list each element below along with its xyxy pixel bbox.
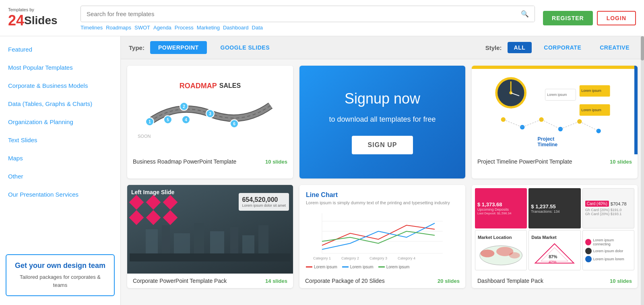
card-linechart-info: Corporate Package of 20 Slides 20 slides <box>299 274 465 288</box>
sidebar-item-corporate-business[interactable]: Corporate & Business Models <box>0 77 120 95</box>
card-timeline-title: Project Timeline PowerPoint Template <box>477 158 572 165</box>
svg-text:3: 3 <box>209 112 211 116</box>
svg-point-16 <box>501 117 505 122</box>
sidebar-item-featured[interactable]: Featured <box>0 40 120 58</box>
tag-swot[interactable]: SWOT <box>134 25 150 31</box>
sidebar-promo[interactable]: Get your own design team Tailored packag… <box>6 254 115 296</box>
type-powerpoint-button[interactable]: POWERPOINT <box>150 41 207 54</box>
main-content: Type: POWERPOINT GOOGLE SLIDES Style: AL… <box>121 36 644 305</box>
sidebar-item-text[interactable]: Text Slides <box>0 131 120 149</box>
header: Templates by 24 Slides 🔍 Timelines Roadm… <box>0 0 644 36</box>
svg-line-22 <box>503 120 522 127</box>
svg-point-17 <box>520 125 524 129</box>
type-label: Type: <box>129 44 144 51</box>
layout: Featured Most Popular Templates Corporat… <box>0 36 644 305</box>
card-dashboard[interactable]: $ 1,373.68 Upcoming Deposits Last Deposi… <box>472 185 638 288</box>
card-corporate[interactable]: Left Image Slide 654,520,000 Lorem ipsum… <box>127 185 293 288</box>
db-card-6: Lorem ipsum connecting Lorem ipsum dolor… <box>582 230 634 270</box>
card-roadmap-slides: 10 slides <box>265 159 287 165</box>
sidebar-item-services[interactable]: Our Presentation Services <box>0 185 120 203</box>
search-bar: 🔍 <box>80 6 535 22</box>
svg-text:42%: 42% <box>549 259 557 264</box>
svg-text:Category 4: Category 4 <box>398 256 415 260</box>
svg-text:2: 2 <box>183 104 185 109</box>
scrollbar-thumb[interactable] <box>641 36 644 60</box>
svg-text:Category 2: Category 2 <box>341 256 359 260</box>
card-corporate-thumb: Left Image Slide 654,520,000 Lorem ipsum… <box>127 185 293 274</box>
db-card-4: Market Location <box>475 230 527 270</box>
svg-text:Timeline: Timeline <box>537 142 557 146</box>
card-timeline-info: Project Timeline PowerPoint Template 10 … <box>472 154 638 169</box>
search-tags: Timelines Roadmaps SWOT Agenda Process M… <box>80 25 535 31</box>
svg-text:1: 1 <box>149 120 151 124</box>
svg-text:Category 3: Category 3 <box>369 256 387 260</box>
style-creative-button[interactable]: CREATIVE <box>593 42 636 53</box>
sidebar-nav: Featured Most Popular Templates Corporat… <box>0 40 120 249</box>
style-corporate-button[interactable]: CORPORATE <box>537 42 588 53</box>
tag-dashboard[interactable]: Dashboard <box>223 25 249 31</box>
card-linechart[interactable]: Line Chart Lorem ipsum is simply dummy t… <box>299 185 465 288</box>
sidebar-item-popular[interactable]: Most Popular Templates <box>0 58 120 77</box>
tag-process[interactable]: Process <box>175 25 194 31</box>
card-dashboard-slides: 10 slides <box>610 278 632 284</box>
promo-desc: Tailored packages for corporates & teams <box>13 273 107 289</box>
svg-text:5: 5 <box>167 118 169 122</box>
svg-point-54 <box>481 249 495 257</box>
card-linechart-thumb: Line Chart Lorem ipsum is simply dummy t… <box>299 185 465 274</box>
search-container: 🔍 Timelines Roadmaps SWOT Agenda Process… <box>80 6 535 31</box>
card-corporate-title: Corporate PowerPoint Template Pack <box>133 278 227 284</box>
db-card-2: $ 1,237.55 Transactions: 134 <box>528 188 580 228</box>
card-dashboard-title: Dashboard Template Pack <box>477 278 543 284</box>
signup-title: Signup now <box>345 90 420 107</box>
card-dashboard-info: Dashboard Template Pack 10 slides <box>472 274 638 288</box>
scrollbar-track <box>641 36 644 305</box>
card-corporate-info: Corporate PowerPoint Template Pack 14 sl… <box>127 274 293 288</box>
card-timeline-slides: 10 slides <box>610 159 632 165</box>
logo-brand: Slides <box>24 14 57 27</box>
db-card-3: Card (40%) $704.78 Gh Card (20%) $191.0 … <box>582 188 634 228</box>
login-button[interactable]: LOGIN <box>597 11 636 25</box>
svg-line-23 <box>522 120 541 127</box>
tag-timelines[interactable]: Timelines <box>80 25 103 31</box>
tag-agenda[interactable]: Agenda <box>153 25 171 31</box>
tag-roadmaps[interactable]: Roadmaps <box>106 25 131 31</box>
search-input[interactable] <box>81 6 515 21</box>
card-signup[interactable]: Signup now to download all templates for… <box>299 66 465 178</box>
signup-subtitle: to download all templates for free <box>329 115 436 124</box>
type-googleslides-button[interactable]: GOOGLE SLIDES <box>213 41 278 54</box>
db-card-5: Data Market 87% 42% <box>528 230 580 270</box>
signup-button[interactable]: SIGN UP <box>352 136 413 154</box>
template-grid: ROADMAP SALES 1 2 <box>121 59 644 295</box>
tag-data[interactable]: Data <box>252 25 263 31</box>
sidebar-item-maps[interactable]: Maps <box>0 149 120 167</box>
register-button[interactable]: REGISTER <box>543 11 593 25</box>
search-button[interactable]: 🔍 <box>515 6 535 22</box>
svg-line-24 <box>541 120 560 129</box>
filter-type: Type: POWERPOINT GOOGLE SLIDES <box>129 41 278 54</box>
svg-line-26 <box>580 121 599 131</box>
promo-title: Get your own design team <box>13 261 107 270</box>
svg-text:Lorem ipsum: Lorem ipsum <box>581 108 601 112</box>
svg-text:Lorem ipsum: Lorem ipsum <box>581 89 601 93</box>
filter-style: Style: ALL CORPORATE CREATIVE <box>485 42 636 53</box>
svg-text:4: 4 <box>185 118 187 122</box>
style-all-button[interactable]: ALL <box>508 42 532 53</box>
svg-text:Category 1: Category 1 <box>313 256 331 260</box>
card-roadmap-info: Business Roadmap PowerPoint Template 10 … <box>127 154 293 169</box>
svg-text:87%: 87% <box>549 254 558 259</box>
filter-bar: Type: POWERPOINT GOOGLE SLIDES Style: AL… <box>121 36 644 59</box>
card-linechart-slides: 20 slides <box>438 278 460 284</box>
logo[interactable]: Templates by 24 Slides <box>8 7 72 29</box>
card-timeline-thumb: Project Timeline Lorem ipsum Lorem ipsum… <box>472 66 638 154</box>
svg-rect-43 <box>130 253 291 261</box>
tag-marketing[interactable]: Marketing <box>197 25 220 31</box>
svg-text:Lorem ipsum: Lorem ipsum <box>547 93 567 97</box>
sidebar-item-data[interactable]: Data (Tables, Graphs & Charts) <box>0 95 120 113</box>
card-timeline[interactable]: Project Timeline Lorem ipsum Lorem ipsum… <box>472 66 638 178</box>
sidebar-item-organization[interactable]: Organization & Planning <box>0 113 120 131</box>
card-roadmap[interactable]: ROADMAP SALES 1 2 <box>127 66 293 178</box>
logo-number: 24 <box>8 12 24 29</box>
logo-prefix: Templates by <box>8 7 58 12</box>
card-roadmap-thumb: ROADMAP SALES 1 2 <box>127 66 293 154</box>
sidebar-item-other[interactable]: Other <box>0 167 120 185</box>
